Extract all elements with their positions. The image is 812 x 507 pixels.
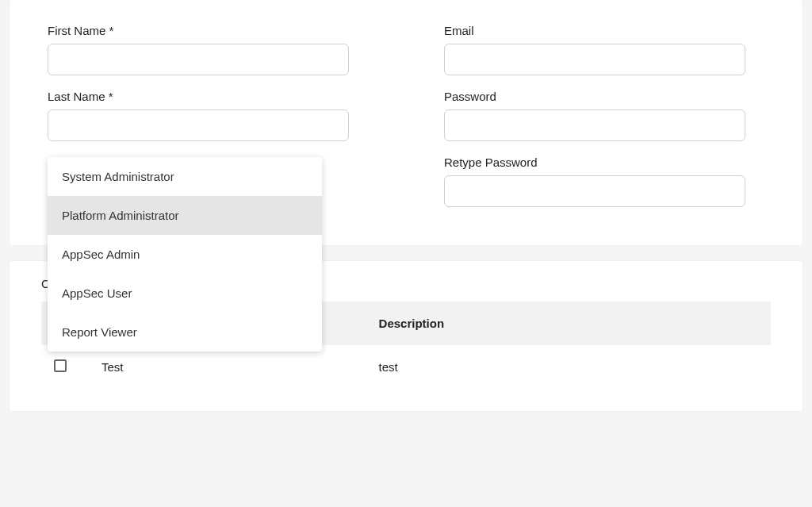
role-option-system-administrator[interactable]: System Administrator (48, 157, 322, 196)
last-name-label: Last Name * (48, 90, 349, 103)
row-checkbox[interactable] (54, 359, 67, 372)
role-option-label: System Administrator (62, 170, 174, 183)
groups-col-description: Description (366, 302, 771, 345)
table-row: Test test (41, 345, 771, 389)
row-group-description: test (366, 345, 771, 389)
row-group-name: Test (89, 345, 366, 389)
role-dropdown-popup[interactable]: System Administrator Platform Administra… (48, 157, 322, 351)
user-form-card: First Name * Email Last Name * Password … (10, 0, 802, 245)
role-option-label: AppSec Admin (62, 248, 140, 261)
retype-password-input[interactable] (444, 175, 745, 207)
password-input[interactable] (444, 109, 745, 141)
email-field: Email (444, 24, 745, 75)
last-name-input[interactable] (48, 109, 349, 141)
role-option-report-viewer[interactable]: Report Viewer (48, 313, 322, 351)
role-option-label: Platform Administrator (62, 209, 179, 222)
first-name-field: First Name * (48, 24, 349, 75)
password-label: Password (444, 90, 745, 103)
email-input[interactable] (444, 44, 745, 75)
last-name-field: Last Name * (48, 90, 349, 141)
password-field: Password (444, 90, 745, 141)
role-option-label: Report Viewer (62, 325, 137, 339)
role-option-appsec-admin[interactable]: AppSec Admin (48, 235, 322, 274)
retype-password-label: Retype Password (444, 156, 745, 169)
email-label: Email (444, 24, 745, 37)
role-option-label: AppSec User (62, 286, 132, 300)
first-name-label: First Name * (48, 24, 349, 37)
role-option-appsec-user[interactable]: AppSec User (48, 274, 322, 313)
first-name-input[interactable] (48, 44, 349, 75)
retype-password-field: Retype Password (444, 156, 745, 207)
role-option-platform-administrator[interactable]: Platform Administrator (48, 196, 322, 235)
